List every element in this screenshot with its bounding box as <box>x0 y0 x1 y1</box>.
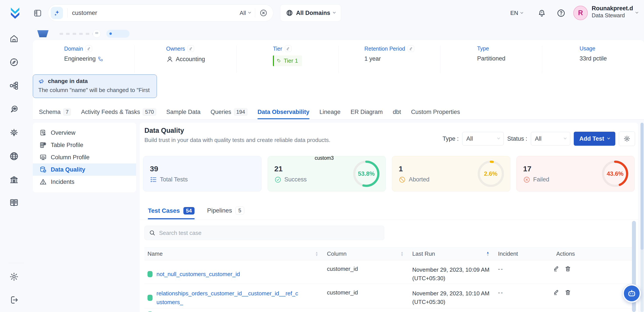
card-success: 21 Success 53.8% <box>268 156 386 192</box>
tier-value: Tier 1 <box>284 57 298 64</box>
col-header-name[interactable]: Name ▲▼ <box>144 247 324 260</box>
ai-sparkle-icon[interactable] <box>51 7 63 19</box>
edit-domain-icon[interactable] <box>86 45 92 52</box>
status-dot-success <box>148 271 152 277</box>
sidebar-item-incidents[interactable]: Incidents <box>33 176 136 188</box>
incidents-icon <box>40 178 47 186</box>
sidebar-item-table-profile[interactable]: Table Profile <box>33 139 136 151</box>
edit-icon[interactable] <box>553 289 560 296</box>
sort-icons[interactable]: ▲▼ <box>486 251 489 256</box>
chevron-down-icon <box>333 11 336 14</box>
profiler-sidebar: Overview Table Profile Column Profile Da… <box>33 123 136 192</box>
entity-tabs: Schema7 Activity Feeds & Tasks570 Sample… <box>39 105 644 119</box>
success-percent: 53.8% <box>352 171 381 177</box>
edit-retention-icon[interactable] <box>408 45 414 52</box>
delete-icon[interactable] <box>564 265 571 272</box>
avatar[interactable]: R <box>573 6 588 20</box>
last-run-value: November 29, 2023, 10:10 AM (UTC+05:30) <box>412 289 491 306</box>
type-filter-select[interactable]: All <box>462 132 504 145</box>
column-profile-icon <box>40 153 47 161</box>
tab-sample-data[interactable]: Sample Data <box>166 105 200 119</box>
chat-bot-button[interactable] <box>623 284 641 302</box>
breadcrumb <box>60 33 96 35</box>
user-role: Data Steward <box>592 12 633 19</box>
check-circle-icon <box>274 176 282 183</box>
dq-controls: Type : All Status : All Add Test <box>442 131 635 146</box>
announcement-banner[interactable]: change in data The column "name" will be… <box>33 75 157 98</box>
user-info[interactable]: Rounakpreet.d Data Steward <box>592 5 633 19</box>
sort-icons[interactable]: ▲▼ <box>315 251 318 256</box>
sidebar-item-column-profile[interactable]: Column Profile <box>33 151 136 164</box>
last-run-value: November 29, 2023, 10:09 AM (UTC+05:30) <box>412 265 491 283</box>
sidebar-explore-icon[interactable] <box>9 57 18 66</box>
search-icon <box>149 230 156 236</box>
edit-owners-icon[interactable] <box>188 45 194 52</box>
sidebar-item-overview[interactable]: Overview <box>33 127 136 139</box>
language-selector[interactable]: EN <box>510 10 523 17</box>
owners-value[interactable]: Accounting <box>176 56 205 63</box>
search-input[interactable] <box>72 10 240 17</box>
test-case-link[interactable]: relationships_orders_customer_id__custom… <box>156 289 301 307</box>
global-search-bar[interactable]: All <box>48 5 273 22</box>
tab-test-cases[interactable]: Test Cases 54 <box>148 207 194 219</box>
field-retention: Retention Period 1 year <box>338 45 440 73</box>
sidebar-toggle-icon[interactable] <box>33 9 42 18</box>
page-scrollbar-thumb[interactable] <box>640 123 644 250</box>
edit-icon[interactable] <box>553 265 560 272</box>
sidebar-item-data-quality[interactable]: Data Quality <box>33 164 136 176</box>
globe-icon <box>286 10 293 17</box>
col-header-last-run[interactable]: Last Run ▲▼ <box>409 247 495 260</box>
aborted-percent: 2.6% <box>476 171 505 177</box>
sidebar-home-icon[interactable] <box>9 34 18 43</box>
notifications-bell-icon[interactable] <box>538 9 546 18</box>
domains-filter-label: All Domains <box>296 10 330 17</box>
sidebar-domains-icon[interactable] <box>9 151 18 160</box>
divider <box>255 8 255 18</box>
add-test-button[interactable]: Add Test <box>574 132 616 146</box>
dq-settings-button[interactable] <box>619 131 635 146</box>
sort-icons[interactable]: ▲▼ <box>400 251 404 256</box>
sidebar-logout-icon[interactable] <box>9 295 18 304</box>
tab-er-diagram[interactable]: ER Diagram <box>350 105 383 119</box>
incident-value: -- <box>498 265 504 272</box>
field-domain: Domain Engineering <box>33 45 134 73</box>
chevron-down-icon <box>607 136 610 139</box>
col-header-column[interactable]: Column ▲▼ <box>324 247 409 260</box>
tab-pipelines[interactable]: Pipelines 5 <box>207 207 244 219</box>
delete-icon[interactable] <box>564 289 571 296</box>
status-filter-select[interactable]: All <box>531 132 570 145</box>
tab-schema[interactable]: Schema7 <box>39 105 71 119</box>
test-case-search[interactable] <box>144 226 384 240</box>
sidebar-governance-icon[interactable] <box>9 175 18 184</box>
sidebar-observability-icon[interactable] <box>9 104 18 113</box>
edit-tier-icon[interactable] <box>285 45 292 52</box>
tab-lineage[interactable]: Lineage <box>320 105 340 119</box>
pipelines-count-badge: 5 <box>236 207 244 215</box>
tab-dbt[interactable]: dbt <box>393 105 401 119</box>
rail-divider <box>9 263 24 263</box>
test-case-link[interactable]: not_null_customers_customer_id <box>156 270 240 278</box>
field-usage: Usage 33rd pctile <box>542 45 644 73</box>
column-value: customer_id <box>327 265 358 272</box>
tab-custom-properties[interactable]: Custom Properties <box>411 105 460 119</box>
domains-filter-button[interactable]: All Domains <box>280 5 341 22</box>
announcement-title: change in data <box>48 78 88 85</box>
domain-value[interactable]: Engineering <box>64 55 96 62</box>
user-menu-chevron-icon[interactable] <box>636 11 638 14</box>
sidebar-insights-icon[interactable] <box>9 128 18 137</box>
help-icon[interactable] <box>557 9 566 18</box>
status-dot-success <box>148 295 152 301</box>
tab-data-observability[interactable]: Data Observability <box>258 105 310 119</box>
tab-activity-feeds[interactable]: Activity Feeds & Tasks570 <box>81 105 156 119</box>
openmetadata-logo-icon[interactable] <box>9 5 22 21</box>
test-case-search-input[interactable] <box>159 230 380 236</box>
sidebar-settings-icon[interactable] <box>9 272 18 281</box>
sidebar-glossary-icon[interactable] <box>9 198 18 207</box>
tab-queries[interactable]: Queries194 <box>210 105 248 119</box>
search-scope-dropdown[interactable]: All <box>240 10 250 17</box>
clear-search-icon[interactable] <box>260 9 268 17</box>
sidebar-data-flow-icon[interactable] <box>9 81 18 90</box>
field-owners: Owners Accounting <box>134 45 236 73</box>
app: All All Domains EN R Rounakpreet.d Data <box>0 0 644 312</box>
chevron-down-icon <box>520 11 523 14</box>
